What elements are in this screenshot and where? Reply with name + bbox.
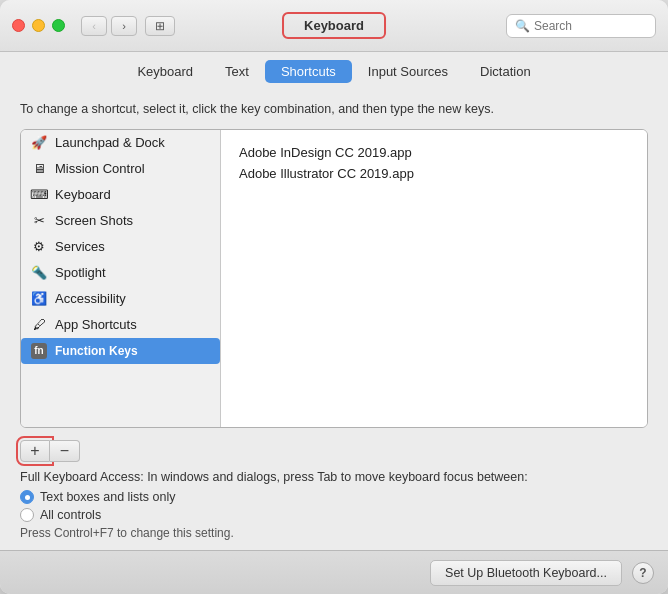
sidebar-item-label: Mission Control [55, 161, 145, 176]
bluetooth-setup-button[interactable]: Set Up Bluetooth Keyboard... [430, 560, 622, 586]
sidebar-item-label: Keyboard [55, 187, 111, 202]
sidebar-item-launchpad[interactable]: 🚀 Launchpad & Dock [21, 130, 220, 156]
tab-keyboard[interactable]: Keyboard [121, 60, 209, 83]
services-icon: ⚙ [31, 239, 47, 255]
sidebar-item-accessibility[interactable]: ♿ Accessibility [21, 286, 220, 312]
radio-all-controls[interactable]: All controls [20, 508, 648, 522]
sidebar-item-label: App Shortcuts [55, 317, 137, 332]
grid-icon: ⊞ [155, 19, 165, 33]
minimize-button[interactable] [32, 19, 45, 32]
radio-text-boxes-circle[interactable] [20, 490, 34, 504]
action-bar: + − [20, 436, 648, 470]
sidebar-item-label: Services [55, 239, 105, 254]
sidebar-item-app-shortcuts[interactable]: 🖊 App Shortcuts [21, 312, 220, 338]
close-button[interactable] [12, 19, 25, 32]
help-button[interactable]: ? [632, 562, 654, 584]
app-shortcuts-icon: 🖊 [31, 317, 47, 333]
forward-icon: › [122, 20, 126, 32]
launchpad-icon: 🚀 [31, 135, 47, 151]
sidebar-item-label: Screen Shots [55, 213, 133, 228]
search-icon: 🔍 [515, 19, 530, 33]
tab-shortcuts[interactable]: Shortcuts [265, 60, 352, 83]
titlebar: ‹ › ⊞ Keyboard 🔍 [0, 0, 668, 52]
grid-button[interactable]: ⊞ [145, 16, 175, 36]
tab-input-sources[interactable]: Input Sources [352, 60, 464, 83]
remove-button[interactable]: − [50, 440, 80, 462]
sidebar-item-spotlight[interactable]: 🔦 Spotlight [21, 260, 220, 286]
spotlight-icon: 🔦 [31, 265, 47, 281]
sidebar-item-function-keys[interactable]: fn Function Keys [21, 338, 220, 364]
screenshot-icon: ✂ [31, 213, 47, 229]
instruction-text: To change a shortcut, select it, click t… [20, 101, 648, 119]
nav-buttons: ‹ › [81, 16, 137, 36]
sidebar-item-services[interactable]: ⚙ Services [21, 234, 220, 260]
sidebar-item-label: Function Keys [55, 344, 138, 358]
tab-dictation[interactable]: Dictation [464, 60, 547, 83]
function-keys-icon: fn [31, 343, 47, 359]
keyboard-icon: ⌨ [31, 187, 47, 203]
keyboard-preferences-window: ‹ › ⊞ Keyboard 🔍 Keyboard Text Shortcuts… [0, 0, 668, 594]
sidebar-item-screen-shots[interactable]: ✂ Screen Shots [21, 208, 220, 234]
sidebar-item-label: Accessibility [55, 291, 126, 306]
main-panel: 🚀 Launchpad & Dock 🖥 Mission Control ⌨ K… [20, 129, 648, 429]
sidebar-list: 🚀 Launchpad & Dock 🖥 Mission Control ⌨ K… [21, 130, 221, 428]
add-button[interactable]: + [20, 440, 50, 462]
radio-text-boxes-label: Text boxes and lists only [40, 490, 176, 504]
sidebar-item-mission-control[interactable]: 🖥 Mission Control [21, 156, 220, 182]
traffic-lights [12, 19, 65, 32]
footer: Set Up Bluetooth Keyboard... ? [0, 550, 668, 594]
app-item-indesign[interactable]: Adobe InDesign CC 2019.app [233, 142, 635, 163]
window-title: Keyboard [282, 12, 386, 39]
radio-all-controls-circle[interactable] [20, 508, 34, 522]
tabs-bar: Keyboard Text Shortcuts Input Sources Di… [0, 52, 668, 91]
search-bar[interactable]: 🔍 [506, 14, 656, 38]
app-item-illustrator[interactable]: Adobe Illustrator CC 2019.app [233, 163, 635, 184]
content-area: To change a shortcut, select it, click t… [0, 91, 668, 470]
forward-button[interactable]: › [111, 16, 137, 36]
radio-all-controls-label: All controls [40, 508, 101, 522]
mission-control-icon: 🖥 [31, 161, 47, 177]
sidebar-item-keyboard[interactable]: ⌨ Keyboard [21, 182, 220, 208]
radio-text-boxes[interactable]: Text boxes and lists only [20, 490, 648, 504]
tab-text[interactable]: Text [209, 60, 265, 83]
right-panel: Adobe InDesign CC 2019.app Adobe Illustr… [221, 130, 647, 428]
search-input[interactable] [534, 19, 647, 33]
back-button[interactable]: ‹ [81, 16, 107, 36]
keyboard-access-title: Full Keyboard Access: In windows and dia… [20, 470, 648, 484]
sidebar-item-label: Launchpad & Dock [55, 135, 165, 150]
hint-text: Press Control+F7 to change this setting. [20, 526, 648, 540]
back-icon: ‹ [92, 20, 96, 32]
accessibility-icon: ♿ [31, 291, 47, 307]
keyboard-access-section: Full Keyboard Access: In windows and dia… [0, 470, 668, 550]
sidebar-item-label: Spotlight [55, 265, 106, 280]
maximize-button[interactable] [52, 19, 65, 32]
